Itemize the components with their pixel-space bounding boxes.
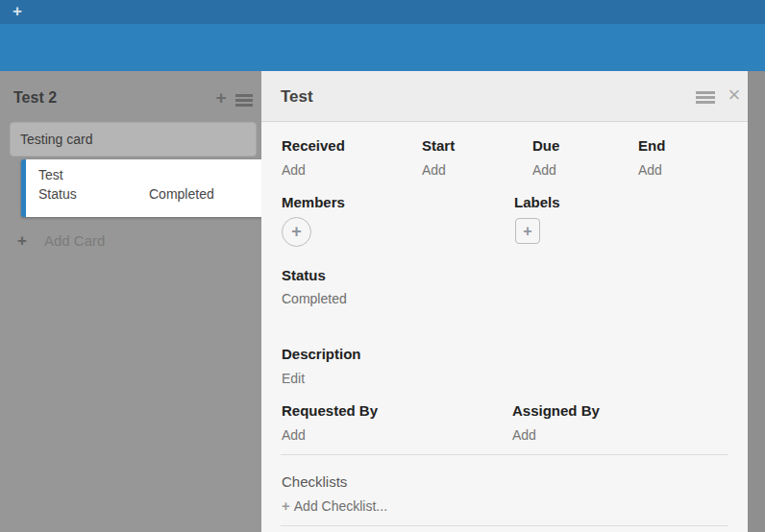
column-menu-icon[interactable]: [235, 94, 253, 108]
menu-bar: [696, 91, 715, 94]
add-board-icon[interactable]: +: [8, 1, 27, 22]
received-add-link[interactable]: Add: [282, 162, 306, 178]
add-checklist-label: Add Checklist...: [294, 498, 387, 514]
add-checklist-button[interactable]: +Add Checklist...: [282, 497, 387, 515]
received-label: Received: [282, 137, 345, 154]
assigned-by-add-link[interactable]: Add: [512, 427, 536, 443]
end-add-link[interactable]: Add: [638, 162, 662, 178]
start-label: Start: [422, 137, 455, 154]
status-label: Status: [282, 267, 326, 283]
description-edit-link[interactable]: Edit: [282, 371, 305, 386]
add-member-button[interactable]: +: [282, 217, 311, 247]
start-add-link[interactable]: Add: [422, 162, 446, 178]
due-add-link[interactable]: Add: [532, 162, 556, 178]
status-value: Completed: [282, 291, 347, 306]
due-label: Due: [532, 137, 559, 154]
top-nav-bar: +: [0, 0, 765, 24]
card-field-label: Status: [38, 186, 77, 202]
menu-bar: [235, 94, 253, 97]
card-title: Test: [38, 167, 63, 182]
labels-label: Labels: [514, 194, 560, 210]
card-field-value: Completed: [149, 186, 214, 202]
description-label: Description: [282, 346, 361, 362]
right-gutter: [748, 71, 765, 532]
menu-bar: [235, 104, 253, 107]
menu-bar: [696, 101, 715, 104]
board-header-bar: [0, 24, 765, 71]
panel-title: Test: [281, 87, 313, 107]
add-card-label: Add Card: [44, 232, 105, 249]
menu-bar: [235, 99, 253, 102]
selected-card[interactable]: Test Status Completed: [21, 159, 261, 217]
end-label: End: [638, 137, 665, 154]
requested-by-add-link[interactable]: Add: [282, 427, 306, 443]
card-compose-input[interactable]: Testing card: [10, 122, 257, 157]
requested-by-label: Requested By: [282, 402, 378, 419]
plus-icon: +: [282, 497, 290, 514]
plus-icon: +: [17, 230, 27, 252]
members-label: Members: [282, 194, 345, 210]
card-detail-panel: Test × Received Start Due End Add Add Ad…: [261, 71, 748, 532]
checklists-label: Checklists: [282, 473, 347, 490]
divider: [281, 525, 728, 526]
add-label-button[interactable]: +: [515, 218, 540, 244]
menu-bar: [696, 96, 715, 99]
panel-menu-icon[interactable]: [696, 91, 715, 104]
column-add-icon[interactable]: +: [211, 88, 231, 108]
close-icon[interactable]: ×: [724, 82, 745, 109]
column-title: Test 2: [13, 89, 57, 107]
divider: [281, 454, 728, 455]
panel-header: Test ×: [261, 71, 748, 122]
assigned-by-label: Assigned By: [512, 402, 600, 419]
